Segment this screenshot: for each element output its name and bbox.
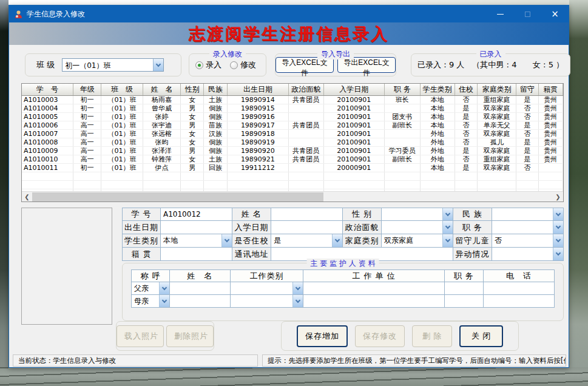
left-behind-select[interactable]: 否 [492, 234, 564, 248]
guardian-work_unit-father-field[interactable] [303, 282, 445, 295]
grid-cell: 否 [516, 104, 538, 112]
political-select[interactable] [382, 221, 453, 234]
radio-icon[interactable] [230, 61, 238, 69]
grid-cell [101, 180, 143, 189]
ethnic-select[interactable] [492, 208, 564, 221]
grid-cell: A1010007 [22, 129, 73, 138]
grid-cell: 19890919 [227, 138, 289, 146]
guardian-name-mother-field[interactable] [170, 295, 231, 308]
student-type-select[interactable]: 本地 [161, 234, 232, 248]
class-label: 班 级 [36, 59, 55, 70]
chevron-down-icon[interactable] [159, 295, 169, 307]
grid-cell: 20100901 [323, 129, 385, 138]
grid-cell: A1010006 [22, 121, 73, 129]
grid-cell: 19890918 [227, 129, 289, 138]
chevron-down-icon[interactable] [292, 282, 303, 294]
table-row[interactable]: A1010011初一（01）班伊点男回族1991121220000901本地是双… [22, 163, 563, 172]
gender-select[interactable] [382, 208, 453, 221]
birth-date-label: 出生日期 [122, 221, 161, 234]
grid-cell: （01）班 [101, 104, 143, 112]
chevron-down-icon[interactable] [292, 295, 303, 307]
save-add-button[interactable]: 保存增加 [297, 325, 348, 347]
chevron-down-icon[interactable] [221, 234, 232, 247]
impexp-group-title: 导入导出 [317, 49, 354, 59]
grid-cell: 20100901 [323, 95, 385, 104]
table-row[interactable]: A1010009高一（01）班张泽洋男侗族19890920共青团员2010090… [22, 146, 563, 155]
duty-select[interactable] [492, 221, 564, 234]
grid-cell: 19890914 [227, 95, 289, 104]
guardian-work_type-mother-select[interactable] [231, 295, 303, 308]
chevron-down-icon[interactable] [553, 208, 563, 220]
table-row[interactable]: A1010005初一（01）班张婷女侗族1989091620100901团支书本… [22, 112, 563, 121]
minimize-button[interactable] [487, 5, 514, 22]
radio-icon[interactable] [195, 61, 203, 69]
desktop-background: 学生信息录入修改 × 志渡阅学生注册信息录入 班 级 初一（01）班 录入修改 … [0, 0, 588, 386]
guardian-phone-father-field[interactable] [484, 282, 555, 295]
guardian-duty-mother-field[interactable] [445, 295, 484, 308]
entered-group-title: 已录入 [476, 49, 505, 59]
guardian-work_unit-mother-field[interactable] [303, 295, 445, 308]
chevron-down-icon[interactable] [553, 248, 563, 260]
horizontal-scrollbar[interactable]: ❮ ❯ [22, 191, 563, 201]
close-form-button[interactable]: 关 闭 [459, 325, 503, 347]
scrollbar-thumb[interactable] [32, 192, 323, 201]
guardian-work_type-father-select[interactable] [231, 282, 303, 295]
grid-cell [181, 172, 204, 180]
close-button[interactable]: × [541, 5, 569, 22]
chevron-down-icon[interactable] [442, 208, 453, 220]
page-title: 志渡阅学生注册信息录入 [189, 23, 389, 45]
guardian-column-header: 工 作 单 位 [303, 269, 445, 282]
chevron-down-icon[interactable] [153, 59, 163, 71]
birth-date-field[interactable] [161, 221, 232, 234]
chevron-down-icon[interactable] [159, 282, 169, 294]
mode-radio-entry[interactable]: 录入 [195, 59, 221, 70]
table-row[interactable]: A1010006高一（01）班张宇迪男苗族19890917共青团员2010090… [22, 121, 563, 129]
grid-cell: 贵州 [538, 121, 563, 129]
enroll-date-field[interactable] [271, 221, 343, 234]
guardian-relation-father-select[interactable]: 父亲 [131, 282, 170, 295]
grid-column-header: 住校 [455, 84, 477, 95]
table-row[interactable]: A1010008高一（01）班张昀女侗族1989091920100901外地否孤… [22, 138, 563, 146]
native-place-field[interactable] [161, 248, 232, 261]
family-type-select[interactable]: 双亲家庭 [382, 234, 453, 248]
table-row[interactable]: A1010003初一（01）班杨雨嘉女土族19890914共青团员2010090… [22, 95, 563, 104]
chevron-down-icon[interactable] [442, 221, 453, 234]
action-buttons-panel: 保存增加 保存修改 删 除 关 闭 [281, 321, 519, 351]
mode-radio-modify[interactable]: 修改 [230, 59, 256, 70]
grid-cell: （01）班 [101, 129, 143, 138]
change-status-select[interactable] [492, 248, 564, 261]
table-row[interactable]: A1010004初一（01）班曾华威男侗族1989091520100901本地是… [22, 104, 563, 112]
scrollbar-track[interactable] [32, 192, 553, 201]
grid-cell: A1010009 [22, 146, 73, 155]
grid-cell: 20000901 [323, 163, 385, 172]
grid-cell: 张宇迪 [143, 121, 180, 129]
guardian-phone-mother-field[interactable] [484, 295, 555, 308]
boarding-select[interactable]: 是 [271, 234, 343, 248]
guardian-name-father-field[interactable] [170, 282, 231, 295]
guardian-column-header: 工作类别 [231, 269, 303, 282]
table-row[interactable]: A1010007高一（01）班张远榕女汉族1989091820100901外地否… [22, 129, 563, 138]
chevron-down-icon[interactable] [553, 234, 563, 247]
grid-column-header: 政治面貌 [289, 84, 323, 95]
table-row[interactable]: A1010010高一（01）班钟雅萍女土族19890921共青团员2010090… [22, 155, 563, 163]
maximize-button[interactable] [514, 5, 541, 22]
chevron-down-icon[interactable] [553, 221, 563, 234]
chevron-down-icon[interactable] [442, 234, 453, 247]
scroll-right-icon[interactable]: ❯ [553, 192, 563, 202]
student-type-select-value: 本地 [161, 235, 221, 246]
grid-cell: 20100901 [323, 121, 385, 129]
grid-cell [73, 172, 101, 180]
class-select[interactable]: 初一（01）班 [62, 58, 164, 72]
grid-cell: （01）班 [101, 146, 143, 155]
grid-cell: 19890921 [227, 155, 289, 163]
grid-cell [289, 180, 323, 189]
guardian-relation-mother-select[interactable]: 母亲 [131, 295, 170, 308]
student-id-field[interactable]: A1010012 [161, 208, 232, 221]
grid-cell [420, 180, 455, 189]
grid-cell [22, 180, 73, 189]
guardian-duty-father-field[interactable] [445, 282, 484, 295]
grid-cell [538, 172, 563, 180]
scroll-left-icon[interactable]: ❮ [22, 192, 32, 202]
chevron-down-icon[interactable] [332, 234, 342, 247]
name-field[interactable] [271, 208, 343, 221]
